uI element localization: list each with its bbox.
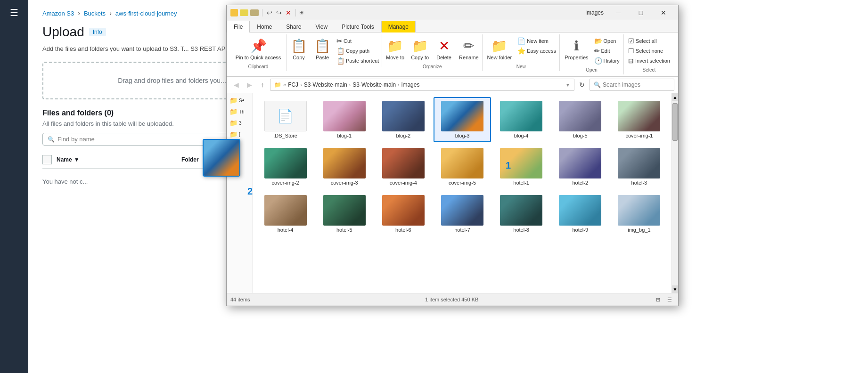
file-item-cover-4[interactable]: cover-img-4 (375, 144, 432, 189)
undo-icon[interactable]: ↩ (266, 9, 273, 16)
file-item-cover-5[interactable]: cover-img-5 (434, 144, 491, 189)
file-item-blog-1[interactable]: blog-1 (316, 97, 373, 142)
edit-button[interactable]: ✏ Edit (592, 46, 622, 56)
scrollbar[interactable]: ▲ ▼ (671, 93, 678, 293)
rename-button[interactable]: ✏ Rename (456, 36, 482, 62)
path-icon: 📁 (274, 81, 281, 88)
menu-icon[interactable]: ☰ (10, 7, 18, 18)
move-to-button[interactable]: 📁 Move to (383, 36, 407, 62)
tab-file[interactable]: File (227, 21, 250, 32)
address-path[interactable]: 📁 « FCJ › S3-Website-main › S3-Website-m… (270, 79, 574, 91)
properties-button[interactable]: ℹ Properties (562, 36, 591, 62)
refresh-button[interactable]: ↻ (576, 79, 588, 90)
copy-button[interactable]: 📋 Copy (287, 36, 310, 62)
scroll-track[interactable] (672, 101, 678, 285)
copy-path-button[interactable]: 📋 Copy path (335, 46, 381, 56)
info-badge[interactable]: Info (89, 28, 106, 36)
delete-icon[interactable]: ✕ (285, 9, 292, 16)
new-label: New (516, 62, 526, 69)
maximize-button[interactable]: □ (630, 6, 652, 20)
redo-icon[interactable]: ↪ (275, 9, 283, 16)
pin-quick-access-button[interactable]: 📌 Pin to Quick access (233, 36, 284, 62)
file-item-cover-1[interactable]: cover-img-1 (611, 97, 668, 142)
file-item-blog-2[interactable]: blog-2 (375, 97, 432, 142)
path-sep-2: › (349, 82, 351, 88)
path-s3main-2[interactable]: S3-Website-main (352, 81, 396, 88)
nav-item-th[interactable]: 📁 Th (228, 106, 252, 117)
cut-button[interactable]: ✂ Cut (335, 36, 381, 46)
path-images[interactable]: images (401, 81, 420, 88)
close-button[interactable]: ✕ (653, 6, 674, 20)
file-item-cover-3[interactable]: cover-img-3 (316, 144, 373, 189)
file-item-ds-store[interactable]: 📄 .DS_Store (257, 97, 314, 142)
breadcrumb-buckets[interactable]: Buckets (84, 10, 106, 17)
file-item-cover-2[interactable]: cover-img-2 (257, 144, 314, 189)
new-item-button[interactable]: 📄 New item (516, 36, 558, 46)
minimize-button[interactable]: ─ (607, 6, 629, 20)
file-item-hotel-4[interactable]: hotel-4 (257, 191, 314, 236)
search-box[interactable]: 🔍 (590, 79, 674, 91)
scroll-up-button[interactable]: ▲ (672, 93, 678, 101)
file-item-blog-4[interactable]: blog-4 (493, 97, 550, 142)
file-thumb-cover-3 (323, 148, 366, 178)
cut-label: Cut (344, 38, 352, 44)
breadcrumb-bucket-name[interactable]: aws-first-cloud-journey (115, 10, 177, 17)
file-item-hotel-5[interactable]: hotel-5 (316, 191, 373, 236)
file-thumb-hotel-7 (441, 195, 483, 226)
history-button[interactable]: 🕐 History (592, 56, 622, 65)
properties-icon-titlebar[interactable]: ⊞ (299, 9, 303, 16)
file-item-hotel-6[interactable]: hotel-6 (375, 191, 432, 236)
file-item-imgbg-1[interactable]: img_bg_1 (611, 191, 668, 236)
invert-selection-button[interactable]: ⊟ Invert selection (626, 56, 672, 65)
file-item-hotel-3[interactable]: hotel-3 (611, 144, 668, 189)
organize-buttons: 📁 Move to 📁 Copy to ✕ Delete ✏ Rename (383, 36, 482, 62)
easy-access-button[interactable]: ⭐ Easy access (516, 46, 558, 56)
file-name-blog-5: blog-5 (573, 133, 588, 138)
up-button[interactable]: ↑ (257, 79, 268, 90)
tab-picture-tools[interactable]: Picture Tools (335, 21, 381, 32)
path-fcj[interactable]: FCJ (288, 81, 298, 88)
tab-manage[interactable]: Manage (381, 21, 416, 32)
drag-preview-image (204, 140, 239, 176)
file-thumb-cover-4 (382, 148, 425, 178)
file-item-hotel-7[interactable]: hotel-7 (434, 191, 491, 236)
file-item-hotel-2[interactable]: hotel-2 (552, 144, 609, 189)
paste-button[interactable]: 📋 Paste (311, 36, 334, 62)
details-view-button[interactable]: ☰ (665, 295, 674, 304)
tab-home[interactable]: Home (250, 21, 279, 32)
open-button[interactable]: 📂 Open (592, 36, 622, 46)
file-name-hotel-3: hotel-3 (631, 180, 647, 186)
paste-shortcut-button[interactable]: 📋 Paste shortcut (335, 56, 381, 65)
select-all-checkbox[interactable] (42, 155, 52, 164)
file-item-blog-5[interactable]: blog-5 (552, 97, 609, 142)
nav-item-bracket[interactable]: 📁 [ (228, 129, 252, 139)
sort-icon[interactable]: ▼ (74, 156, 80, 163)
file-thumb-hotel-4 (264, 195, 307, 226)
copy-to-button[interactable]: 📁 Copy to (408, 36, 432, 62)
nav-item-3[interactable]: 📁 3 (228, 118, 252, 128)
delete-button[interactable]: ✕ Delete (433, 36, 455, 62)
path-dropdown-icon[interactable]: ▼ (565, 82, 570, 88)
scroll-down-button[interactable]: ▼ (672, 285, 678, 293)
tab-share[interactable]: Share (279, 21, 308, 32)
file-item-blog-3[interactable]: blog-3 (434, 97, 491, 142)
file-thumb-blog-1 (323, 101, 366, 131)
open-buttons: ℹ Properties 📂 Open ✏ Edit 🕐 (562, 36, 621, 65)
scroll-thumb[interactable] (672, 103, 678, 141)
tab-view[interactable]: View (308, 21, 335, 32)
search-box-input[interactable] (603, 81, 669, 88)
file-name-cover-5: cover-img-5 (449, 180, 476, 186)
file-item-hotel-8[interactable]: hotel-8 (493, 191, 550, 236)
nav-item-s4[interactable]: 📁 S⁴ (228, 95, 252, 105)
search-input[interactable] (57, 136, 152, 143)
edit-label: Edit (601, 48, 610, 54)
new-folder-button[interactable]: 📁 New folder (484, 36, 515, 62)
file-item-hotel-1[interactable]: hotel-1 (493, 144, 550, 189)
path-s3main-1[interactable]: S3-Website-main (304, 81, 347, 88)
file-item-hotel-9[interactable]: hotel-9 (552, 191, 609, 236)
breadcrumb-s3[interactable]: Amazon S3 (42, 10, 74, 17)
file-name-cover-3: cover-img-3 (331, 180, 358, 186)
list-view-button[interactable]: ⊞ (654, 295, 663, 304)
select-none-button[interactable]: ☐ Select none (626, 46, 672, 56)
select-all-button[interactable]: ☑ Select all (626, 36, 672, 46)
